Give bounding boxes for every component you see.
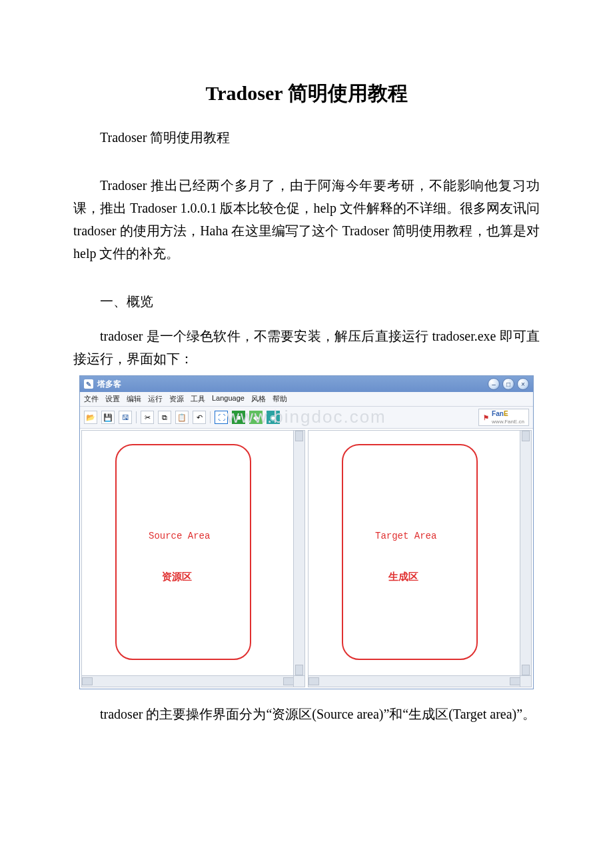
section-heading-1: 一、概览 bbox=[73, 290, 540, 313]
save2-icon[interactable]: 🖫 bbox=[119, 411, 132, 424]
logo-flag-icon: ⚑ bbox=[483, 414, 489, 421]
doc-subtitle: Tradoser 简明使用教程 bbox=[73, 126, 540, 149]
brand-logo: ⚑ FanE www.FanE.cn bbox=[478, 409, 529, 426]
target-area-outline bbox=[342, 444, 478, 660]
app-icon: ✎ bbox=[84, 379, 93, 389]
target-area-label-cn: 生成区 bbox=[388, 571, 418, 583]
menu-help[interactable]: 帮助 bbox=[273, 394, 287, 404]
doc-title: Tradoser 简明使用教程 bbox=[73, 80, 540, 107]
app-screenshot: www.bingdoc.com ✎ 塔多客 – □ × 文件 设置 编辑 运行 … bbox=[79, 375, 534, 689]
source-area-label-en: Source Area bbox=[149, 531, 210, 541]
cut-icon[interactable]: ✂ bbox=[141, 411, 154, 424]
menu-style[interactable]: 风格 bbox=[251, 394, 266, 404]
paragraph-intro: Tradoser 推出已经两个多月了，由于阿海今年要考研，不能影响他复习功课，推… bbox=[73, 174, 540, 265]
undo-icon[interactable]: ↶ bbox=[193, 411, 206, 424]
minimize-button[interactable]: – bbox=[488, 378, 500, 390]
save-icon[interactable]: 💾 bbox=[101, 411, 115, 424]
target-vertical-scrollbar[interactable] bbox=[520, 431, 531, 675]
source-scroll-corner bbox=[293, 675, 305, 687]
menu-run[interactable]: 运行 bbox=[148, 394, 163, 404]
target-horizontal-scrollbar[interactable] bbox=[308, 675, 520, 687]
titlebar-title: 塔多客 bbox=[97, 379, 121, 390]
marker-icon[interactable]: ◆ bbox=[249, 411, 263, 424]
paragraph-overview: tradoser 是一个绿色软件，不需要安装，解压后直接运行 tradoser.… bbox=[73, 325, 540, 370]
titlebar: ✎ 塔多客 – □ × bbox=[80, 376, 533, 392]
logo-text-fan: Fan bbox=[492, 410, 504, 417]
refresh-icon[interactable]: ◉ bbox=[267, 411, 280, 424]
menu-tools[interactable]: 工具 bbox=[191, 394, 205, 404]
paste-icon[interactable]: 📋 bbox=[175, 411, 189, 424]
source-area-label-cn: 资源区 bbox=[162, 571, 192, 583]
menubar: 文件 设置 编辑 运行 资源 工具 Language 风格 帮助 bbox=[80, 392, 533, 407]
source-pane[interactable]: Source Area 资源区 bbox=[81, 430, 305, 687]
menu-file[interactable]: 文件 bbox=[84, 394, 99, 404]
maximize-button[interactable]: □ bbox=[502, 378, 514, 390]
target-pane[interactable]: Target Area 生成区 bbox=[308, 430, 532, 687]
menu-edit[interactable]: 编辑 bbox=[127, 394, 141, 404]
expand-icon[interactable]: ⛶ bbox=[215, 411, 228, 424]
logo-url: www.FanE.cn bbox=[492, 419, 524, 425]
toolbar: 📂 💾 🖫 ✂ ⧉ 📋 ↶ ⛶ ■ ◆ ◉ ⚑ FanE www.FanE.cn bbox=[80, 407, 533, 429]
open-icon[interactable]: 📂 bbox=[84, 411, 97, 424]
target-scroll-corner bbox=[520, 675, 531, 687]
menu-resource[interactable]: 资源 bbox=[169, 394, 184, 404]
copy-icon[interactable]: ⧉ bbox=[158, 411, 171, 424]
source-area-outline bbox=[115, 444, 251, 660]
target-area-label-en: Target Area bbox=[375, 531, 436, 541]
source-horizontal-scrollbar[interactable] bbox=[82, 675, 294, 687]
source-vertical-scrollbar[interactable] bbox=[293, 431, 305, 675]
close-button[interactable]: × bbox=[517, 378, 529, 390]
run-icon[interactable]: ■ bbox=[232, 411, 245, 424]
menu-settings[interactable]: 设置 bbox=[105, 394, 120, 404]
logo-text-tail: E bbox=[504, 410, 508, 417]
menu-language[interactable]: Language bbox=[212, 394, 245, 404]
paragraph-areas: tradoser 的主要操作界面分为“资源区(Source area)”和“生成… bbox=[73, 703, 540, 725]
